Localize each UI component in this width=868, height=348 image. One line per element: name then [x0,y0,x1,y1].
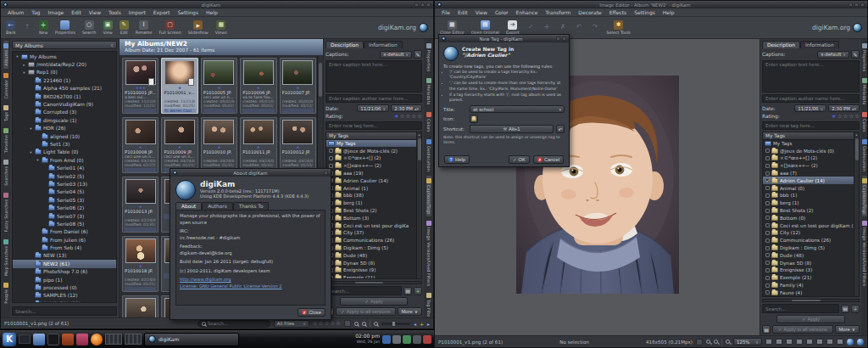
album-tree-item[interactable]: Light Table (0) [13,149,116,156]
tag-checkbox[interactable] [765,283,770,288]
tag-checkbox[interactable] [765,209,770,213]
status-mini-icon[interactable] [776,339,782,345]
sidebar-tab[interactable]: Geolocation [426,137,431,174]
window-preview[interactable] [105,334,122,345]
status-search-input[interactable]: Search... [198,320,270,328]
album-tree-item[interactable]: PhotoShop 7.0 (6) [13,268,116,276]
apply-button[interactable]: ✓Apply [340,297,408,306]
tag-row[interactable]: Digikam : Dimg (5) [763,244,854,252]
thumbnail-image[interactable] [243,120,274,144]
thumbnail-cell[interactable]: ★ P1010008 JP. ceci une un n... created:… [122,117,159,173]
album-tree-item[interactable]: Serie05 (3) [13,196,116,204]
albums-scope-select[interactable]: My Albums∨ [12,41,117,49]
thumbnail-tags-link[interactable] [282,109,314,114]
zoom-in-icon[interactable] [714,340,718,344]
thumbnail-cell[interactable]: ★ P1010009 JP. ceci une un n... created:… [161,117,198,173]
sidebar-tab[interactable]: Captions/Tags [426,176,431,217]
album-tree-item[interactable]: Alpha 450 samples (21) [13,85,116,93]
menu-item[interactable]: Help [659,9,678,15]
tags-scrollbar[interactable]: ▴ [854,132,859,297]
tag-row[interactable]: Dude (48) [763,251,854,259]
time-spinner[interactable]: 2:30 PM▴▾ [391,104,422,112]
tag-checkbox[interactable] [329,149,333,153]
maximize-icon[interactable] [854,3,859,7]
thumbnail-image[interactable] [203,60,234,85]
album-tree-item[interactable]: Serie03 (13) [13,180,116,188]
battery-tray-icon[interactable] [413,335,421,344]
dialog-titlebar[interactable]: About digiKam [170,169,331,177]
status-mini-icon[interactable] [806,339,813,345]
edit-tag-button[interactable]: ▤ [403,287,412,295]
toolbar-button[interactable] [19,17,36,38]
sidebar-tab[interactable]: Properties [862,41,867,74]
sidebar-tab[interactable]: Metadata [426,76,431,108]
album-tree-item[interactable]: CanonVsdigiKam (9) [13,100,116,108]
menu-item[interactable]: Edit [68,9,85,15]
album-tree-item[interactable]: Serie01 (4) [13,164,116,171]
display-tray-icon[interactable] [382,335,391,344]
firefox-icon[interactable] [91,334,103,345]
dialog-titlebar[interactable]: New Tag - digiKam [439,35,569,42]
caption-language-select[interactable]: x-default∨ [380,51,412,59]
menu-item[interactable]: Image [44,9,67,15]
tag-row[interactable]: Animal (0) [763,184,854,192]
thumbnail-image[interactable] [282,60,313,85]
album-tree-item[interactable]: Set1 (3) [13,140,116,148]
zoom-level-select[interactable]: 125%∨ [733,338,762,345]
toolbar-button[interactable]: View [99,17,115,38]
close-icon[interactable] [562,36,566,41]
expander-icon[interactable] [15,54,19,59]
volume-tray-icon[interactable] [392,335,401,344]
close-icon[interactable] [426,3,431,7]
date-select[interactable]: 11/21/06∨ [794,104,826,112]
thumbnail-cell[interactable]: ★ P1010010 JP. created: 03/24/0 modified… [201,117,237,173]
thumbnail-image[interactable] [125,120,156,144]
thumbnail-image[interactable] [125,179,156,204]
album-tree-item[interactable]: From julien (6) [13,236,116,244]
about-tab[interactable]: About [175,202,202,210]
caption-language-select[interactable]: x-default∨ [817,51,849,59]
sidebar-tab[interactable]: Image Versions/Used Filters [862,218,867,289]
tag-checkbox[interactable] [765,239,770,243]
tag-row[interactable]: bbb (38) [326,192,416,199]
thumbnail-tags-link[interactable]: f), Adrien Caul [164,109,195,114]
tag-checkbox[interactable] [765,231,770,235]
time-spinner[interactable]: 2:30 PM▴▾ [828,104,860,112]
rating-stars[interactable]: ★☆☆☆☆ [832,114,860,120]
album-tree-item[interactable]: My Albums [13,53,116,60]
network-tray-icon[interactable] [423,335,431,344]
tag-row[interactable]: Animal (1) [326,184,416,192]
tag-checkbox[interactable] [765,276,770,280]
file-filter-select[interactable]: All Files∨ [274,320,309,328]
tag-row[interactable]: Exemple (21) [763,274,854,282]
tag-row[interactable]: Bottom (3) [326,214,416,222]
tag-checkbox[interactable] [765,216,770,220]
album-tree-item[interactable]: SAMPLES2 (55) [13,300,116,303]
sidebar-tab[interactable]: People [3,280,8,306]
tag-row[interactable]: My Tags [326,140,416,148]
date-select[interactable]: 11/21/06∨ [357,104,389,112]
edit-tag-button[interactable]: ▤ [841,305,849,313]
menu-item[interactable]: Transform [542,9,574,15]
caption-text-input[interactable]: Enter caption text here... [326,60,422,93]
sidebar-tab[interactable]: Captions/Tags [862,176,867,217]
album-tree-item[interactable]: HDR (26) [13,125,116,132]
thumbnail-tags-link[interactable] [125,227,156,233]
k-menu-button[interactable]: K [3,333,16,346]
tag-title-input[interactable]: at school▾ [470,105,565,113]
toolbar-button[interactable]: New [36,17,52,38]
album-tree-item[interactable]: Serie04 (5) [13,188,116,196]
help-icon[interactable] [556,36,560,41]
tag-row[interactable]: Dynax 5D (8) [326,259,416,267]
apply-all-versions-button[interactable]: ✓Apply to all versions [772,325,833,334]
minimize-icon[interactable] [415,3,419,7]
menu-item[interactable]: Settings [631,9,659,15]
add-tag-button[interactable]: + [414,287,422,295]
website-link[interactable]: http://www.digikam.org [180,277,321,283]
menu-item[interactable]: Enhance [513,9,542,15]
tag-checkbox[interactable] [765,261,770,265]
ok-button[interactable]: ✓OK [509,155,530,164]
thumbnail-cell[interactable]: ★ P1010006 JP. va te faire fou... create… [240,58,276,114]
thumbnail-image[interactable] [164,120,195,144]
toolbar-button[interactable]: Search [79,17,99,38]
